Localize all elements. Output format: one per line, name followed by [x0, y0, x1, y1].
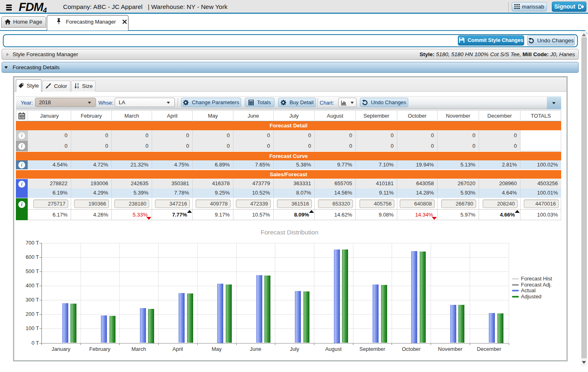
svg-text:9: 9: [77, 86, 79, 89]
svg-text:1: 1: [77, 83, 79, 85]
